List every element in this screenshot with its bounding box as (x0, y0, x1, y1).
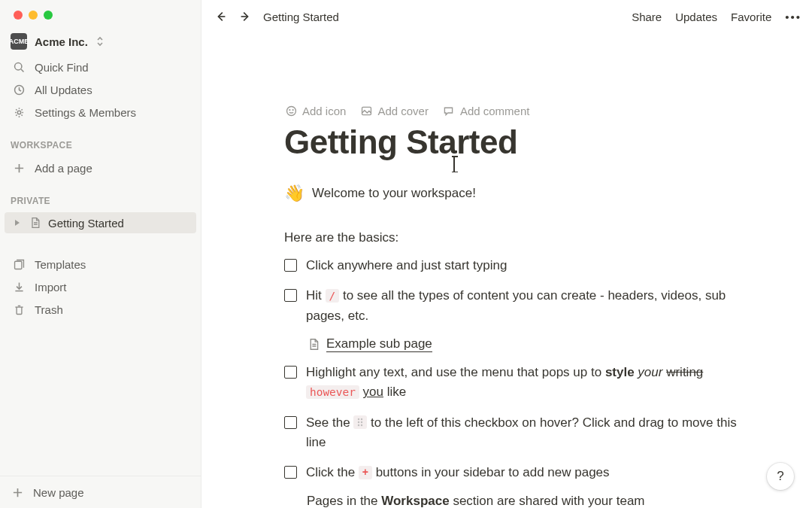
emoji-icon (284, 104, 298, 117)
image-icon (359, 104, 373, 117)
new-page-button[interactable]: New page (0, 476, 201, 508)
inline-code: however (306, 385, 359, 399)
add-comment-button[interactable]: Add comment (442, 104, 530, 117)
svg-rect-3 (14, 261, 21, 269)
svg-point-0 (14, 62, 21, 69)
all-updates[interactable]: All Updates (5, 78, 196, 101)
clock-icon (12, 83, 26, 96)
drag-handle-icon (353, 415, 367, 429)
inline-code: / (326, 289, 340, 303)
plus-icon (11, 485, 24, 499)
plus-chip-icon: + (359, 466, 372, 479)
sidebar-section-private: PRIVATE (0, 182, 201, 209)
checkbox[interactable] (284, 366, 297, 379)
checkbox[interactable] (284, 259, 297, 272)
help-button[interactable]: ? (767, 463, 794, 490)
trash-label: Trash (35, 303, 63, 316)
workspace-badge: ACME (11, 33, 27, 50)
svg-point-6 (292, 109, 293, 110)
svg-point-12 (358, 424, 359, 426)
svg-point-8 (358, 418, 359, 420)
svg-point-11 (361, 421, 362, 423)
workspace-name: Acme Inc. (35, 35, 88, 48)
add-page-label: Add a page (35, 162, 92, 175)
new-page-label: New page (33, 486, 84, 499)
todo-list: Click anywhere and just start typing Hit… (284, 256, 740, 326)
todo-item[interactable]: Highlight any text, and use the menu tha… (284, 363, 740, 403)
window-zoom-button[interactable] (44, 11, 53, 20)
page-action-row: Add icon Add cover Add comment (284, 104, 740, 117)
updates-button[interactable]: Updates (675, 11, 717, 23)
todo-item[interactable]: Click anywhere and just start typing (284, 256, 740, 275)
nav-forward-button[interactable] (236, 8, 254, 26)
templates-icon (12, 257, 26, 271)
more-menu-button[interactable]: ••• (785, 11, 801, 23)
topbar: Getting Started Share Updates Favorite •… (201, 0, 812, 33)
svg-point-2 (17, 111, 20, 114)
settings-members-label: Settings & Members (35, 106, 136, 119)
checkbox[interactable] (284, 416, 297, 429)
todo-item[interactable]: Hit / to see all the types of content yo… (284, 286, 740, 326)
svg-point-5 (289, 109, 289, 110)
add-page-workspace[interactable]: Add a page (5, 157, 196, 179)
page-icon (307, 338, 320, 351)
quick-find-label: Quick Find (35, 61, 89, 74)
page-icon (29, 216, 42, 230)
import-label: Import (35, 281, 67, 294)
comment-icon (442, 104, 456, 117)
templates[interactable]: Templates (5, 253, 196, 275)
quick-find[interactable]: Quick Find (5, 56, 196, 78)
window-minimize-button[interactable] (29, 11, 38, 20)
chevron-up-down-icon (95, 36, 105, 47)
checkbox[interactable] (284, 289, 297, 302)
trash-icon (12, 303, 26, 316)
all-updates-label: All Updates (35, 84, 92, 96)
share-button[interactable]: Share (632, 11, 662, 23)
arrow-left-icon (214, 10, 228, 23)
workspace-switcher[interactable]: ACME Acme Inc. (0, 26, 201, 53)
page-title[interactable]: Getting Started (284, 123, 740, 161)
cutoff-text[interactable]: Pages in the Workspace section are share… (284, 494, 740, 508)
search-icon (12, 60, 26, 74)
templates-label: Templates (35, 258, 86, 271)
settings-members[interactable]: Settings & Members (5, 101, 196, 123)
import[interactable]: Import (5, 275, 196, 298)
sidebar: ACME Acme Inc. Quick Find All Updates (0, 0, 201, 508)
add-cover-button[interactable]: Add cover (359, 104, 429, 117)
sidebar-page-getting-started[interactable]: Getting Started (5, 212, 196, 233)
todo-list: Highlight any text, and use the menu tha… (284, 363, 740, 483)
svg-point-9 (361, 418, 362, 420)
svg-point-13 (361, 424, 362, 426)
window-close-button[interactable] (14, 11, 23, 20)
text-cursor (453, 157, 455, 172)
welcome-text[interactable]: 👋 Welcome to your workspace! (284, 184, 740, 203)
breadcrumb[interactable]: Getting Started (263, 11, 339, 23)
sub-page-label: Example sub page (326, 336, 432, 352)
sub-page-link[interactable]: Example sub page (307, 336, 740, 352)
basics-heading[interactable]: Here are the basics: (284, 230, 740, 245)
checkbox[interactable] (284, 466, 297, 479)
main-area: Getting Started Share Updates Favorite •… (201, 0, 812, 508)
favorite-button[interactable]: Favorite (731, 11, 771, 23)
trash[interactable]: Trash (5, 298, 196, 321)
sidebar-page-label: Getting Started (48, 217, 124, 230)
page-toggle-icon[interactable] (14, 219, 23, 227)
arrow-right-icon (238, 10, 252, 23)
page-content[interactable]: Add icon Add cover Add comment Getting S… (201, 33, 812, 508)
wave-emoji: 👋 (284, 184, 304, 203)
sidebar-section-workspace: WORKSPACE (0, 126, 201, 154)
svg-point-10 (358, 421, 359, 423)
plus-icon (12, 161, 26, 175)
svg-point-4 (286, 106, 295, 115)
nav-back-button[interactable] (212, 8, 230, 26)
download-icon (12, 280, 26, 294)
gear-icon (12, 105, 26, 119)
add-icon-button[interactable]: Add icon (284, 104, 346, 117)
todo-item[interactable]: Click the + buttons in your sidebar to a… (284, 463, 740, 482)
window-controls (0, 0, 201, 26)
todo-item[interactable]: See the to the left of this checkbox on … (284, 413, 740, 453)
